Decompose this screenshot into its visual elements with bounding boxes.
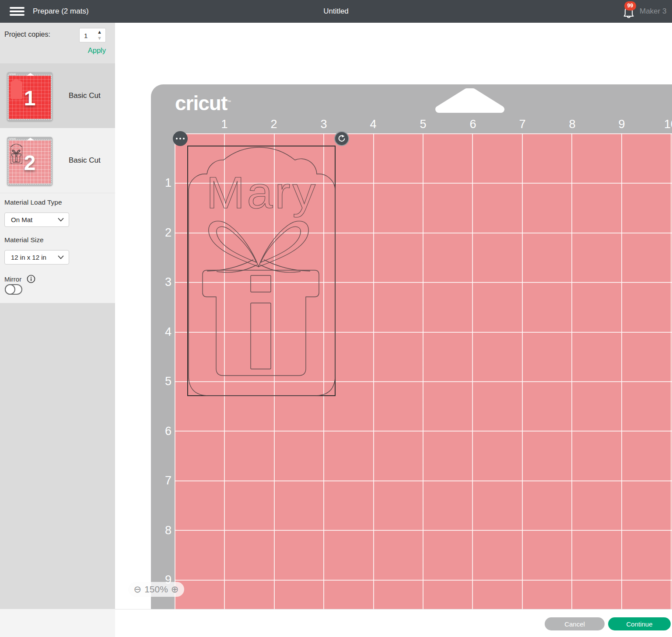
material-size-label: Material Size [4, 236, 44, 244]
sidebar-bottom-strip [0, 609, 115, 637]
mat-brand-logo: cricut™ [175, 91, 231, 115]
material-size-select[interactable]: 12 in x 12 in [4, 250, 69, 265]
continue-button[interactable]: Continue [608, 617, 671, 630]
ruler-left-tick: 1 [154, 176, 172, 190]
ruler-top-tick: 4 [370, 118, 376, 131]
cancel-button[interactable]: Cancel [545, 617, 605, 630]
mat-1-type-label: Basic Cut [69, 63, 101, 128]
project-copies-label: Project copies: [4, 31, 50, 38]
ruler-left-tick: 6 [154, 425, 172, 438]
brand-logo-text: cricut [175, 92, 227, 115]
material-load-type-label: Material Load Type [4, 198, 62, 206]
ruler-left-tick: 5 [154, 375, 172, 388]
ruler-left-tick: 3 [154, 275, 172, 289]
ruler-left-tick: 7 [154, 474, 172, 487]
ruler-top-tick: 6 [469, 118, 476, 131]
mat-number: 2 [7, 151, 52, 175]
mirror-row: Mirror [4, 275, 35, 284]
zoom-out-icon[interactable]: ⊖ [134, 585, 142, 594]
ruler-left-tick: 2 [154, 226, 172, 240]
toggle-knob [5, 284, 15, 295]
ruler-top-tick: 3 [320, 118, 327, 131]
material-load-type-select[interactable]: On Mat [4, 212, 69, 227]
ruler-top-tick: 2 [270, 118, 277, 131]
ruler-left-tick: 8 [154, 524, 172, 537]
selection-options-button[interactable] [173, 131, 188, 146]
thumb-brand-text: cricut [9, 137, 16, 140]
selection-rotate-handle[interactable] [334, 131, 349, 146]
ruler-top-tick: 5 [420, 118, 426, 131]
mirror-toggle[interactable] [5, 284, 22, 295]
ruler-top-tick: 7 [519, 118, 525, 131]
ruler-top-tick: 10 [664, 118, 672, 131]
zoom-level: 150% [144, 584, 168, 595]
apply-button[interactable]: Apply [66, 46, 106, 55]
mirror-label: Mirror [4, 275, 21, 283]
material-size-value: 12 in x 12 in [11, 251, 46, 264]
gift-tag-design[interactable] [188, 146, 336, 397]
mat-2-thumbnail[interactable]: cricut 2 [7, 137, 52, 186]
notification-count-badge: 99 [624, 1, 636, 10]
mat-row-2[interactable]: cricut 2 Basic Cut [0, 128, 115, 193]
mat-2-type-label: Basic Cut [69, 128, 101, 193]
rotate-icon [337, 134, 346, 143]
material-load-type-value: On Mat [11, 213, 32, 226]
zoom-in-icon[interactable]: ⊕ [171, 585, 179, 594]
info-icon[interactable] [27, 275, 35, 283]
machine-name[interactable]: Maker 3 [640, 0, 666, 23]
sidebar-lower-area [0, 303, 115, 609]
ruler-top-tick: 9 [618, 118, 625, 131]
ruler-top-tick: 1 [221, 118, 228, 131]
document-title: Untitled [0, 0, 672, 23]
design-selection-box[interactable] [187, 146, 336, 396]
copies-increment-arrow[interactable]: ▲ [97, 29, 102, 35]
zoom-control[interactable]: ⊖ 150% ⊕ [128, 582, 184, 597]
bottom-action-bar: Cancel Continue [115, 609, 672, 637]
thumb-brand-text: cricut [9, 73, 16, 75]
chevron-down-icon [58, 255, 64, 259]
copies-decrement-arrow[interactable]: ▼ [97, 35, 102, 41]
mat-1-thumbnail[interactable]: cricut 1 [7, 72, 52, 121]
ruler-left-tick: 4 [154, 325, 172, 339]
ruler-top-tick: 8 [569, 118, 575, 131]
top-bar: Prepare (2 mats) Untitled 99 Maker 3 [0, 0, 672, 23]
chevron-down-icon [58, 218, 64, 222]
mat-notch [427, 87, 514, 115]
cricut-design-space-app: cricut™ 1 2 3 4 5 6 7 8 9 10 1 2 3 4 5 6… [0, 0, 672, 637]
mat-number: 1 [7, 86, 52, 110]
mat-row-1[interactable]: cricut 1 Basic Cut [0, 63, 115, 128]
